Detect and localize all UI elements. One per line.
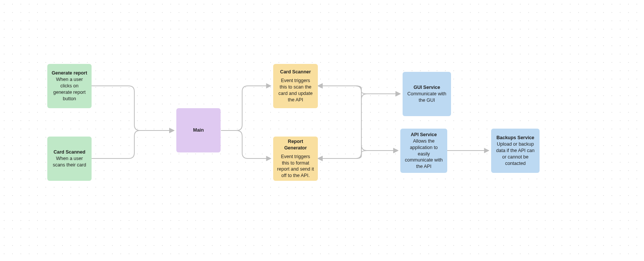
edge-cardscanned-main: [92, 130, 174, 158]
node-title: GUI Service: [414, 84, 440, 91]
node-card-scanned[interactable]: Card Scanned When a user scans their car…: [47, 137, 92, 181]
node-title: Main: [193, 127, 204, 134]
node-body: Communicate with the GUI: [406, 91, 447, 104]
node-gui-service[interactable]: GUI Service Communicate with the GUI: [403, 72, 451, 116]
edge-main-cardscanner: [221, 86, 271, 130]
edge-reportgen-api: [318, 151, 398, 158]
node-card-scanner[interactable]: Card Scanner Event triggers this to scan…: [273, 64, 318, 108]
diagram-canvas[interactable]: Generate report When a user clicks on ge…: [0, 0, 644, 261]
edge-cardscanner-api: [318, 86, 398, 151]
edges-layer: [0, 0, 644, 261]
edge-main-reportgen: [221, 130, 271, 158]
node-main[interactable]: Main: [176, 108, 221, 152]
node-title: Backups Service: [496, 135, 534, 141]
node-body: Upload or backup data if the API can or …: [495, 141, 536, 167]
node-title: Generate report: [52, 70, 87, 76]
node-body: When a user scans their card: [51, 155, 88, 168]
node-report-generator[interactable]: Report Generator Event triggers this to …: [273, 137, 318, 181]
node-title: Card Scanned: [53, 149, 85, 155]
edge-cardscanner-gui: [318, 86, 400, 94]
edge-reportgen-gui: [318, 94, 400, 158]
edge-generate-main: [92, 86, 174, 130]
node-body: Event triggers this to scan the card and…: [277, 78, 314, 103]
node-api-service[interactable]: API Service Allows the application to ea…: [400, 129, 447, 173]
node-title: Card Scanner: [280, 69, 311, 75]
node-title: Report Generator: [277, 138, 314, 151]
node-body: Allows the application to easily communi…: [404, 138, 443, 170]
node-title: API Service: [411, 132, 437, 138]
node-backups-service[interactable]: Backups Service Upload or backup data if…: [491, 129, 540, 173]
node-generate-report[interactable]: Generate report When a user clicks on ge…: [47, 64, 92, 108]
node-body: Event triggers this to format report and…: [277, 154, 314, 179]
node-body: When a user clicks on generate report bu…: [51, 76, 88, 102]
